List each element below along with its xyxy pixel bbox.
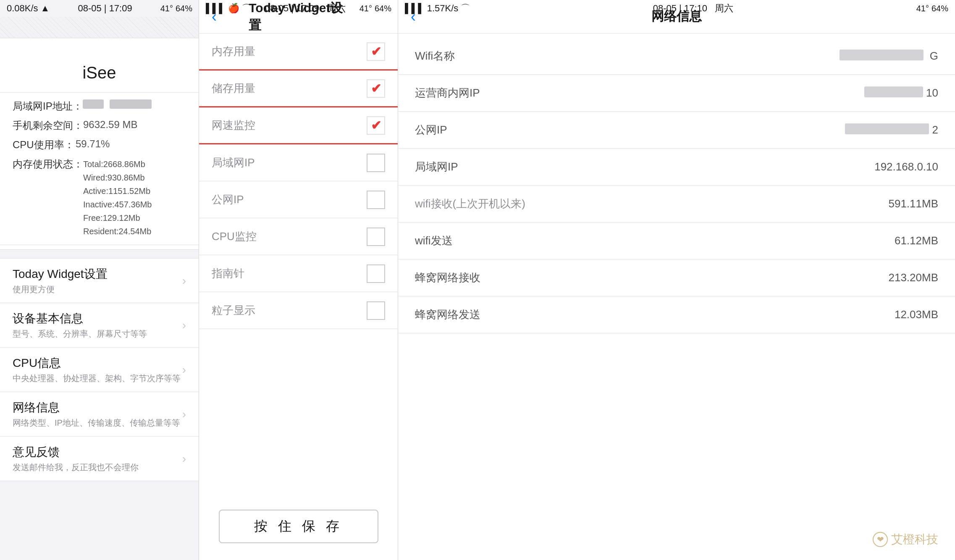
mid-battery: 64%	[375, 4, 391, 13]
widget-compass-label: 指南针	[212, 266, 244, 281]
storage-value: 9632.59 MB	[83, 119, 186, 131]
checkbox-particle[interactable]	[367, 301, 385, 320]
wifi-send-label: wifi发送	[415, 233, 453, 248]
app-title: iSee	[0, 63, 199, 82]
ip-label: 局域网IP地址：	[13, 99, 83, 113]
local-ip-value: 192.168.0.10	[874, 160, 938, 173]
network-item-local-ip: 局域网IP 192.168.0.10	[398, 149, 955, 186]
widget-publicip-label: 公网IP	[212, 192, 244, 207]
nav-widget-subtitle: 使用更方便	[13, 284, 182, 295]
network-item-wifi-name: Wifi名称 G	[398, 38, 955, 75]
network-item-public-ip: 公网IP 2	[398, 112, 955, 149]
network-list: Wifi名称 G 运营商内网IP 10 公网IP 2 局域网IP 192.168…	[398, 38, 955, 333]
save-button[interactable]: 按 住 保 存	[219, 510, 378, 543]
chevron-icon-3: ›	[182, 363, 186, 377]
widget-item-storage[interactable]: 储存用量	[199, 71, 398, 107]
left-panel: 0.08K/s ▲ 08-05 | 17:09 41° 64% iSee 局域网…	[0, 0, 199, 560]
right-status-bar: ▌▌▌ 1.57K/s ⌒ 08-05 | 17:10 周六 41° 64%	[398, 0, 955, 17]
mid-wifi-icon: ⌒	[242, 2, 251, 15]
checkbox-storage[interactable]	[367, 79, 385, 98]
cell-send-value: 12.03MB	[895, 308, 938, 321]
widget-item-compass[interactable]: 指南针	[199, 255, 398, 292]
carrier-ip-value: 10	[864, 86, 938, 99]
mid-apple-icon: 🍎	[228, 3, 239, 14]
cell-recv-value: 213.20MB	[888, 271, 938, 284]
cell-send-label: 蜂窝网络发送	[415, 307, 480, 322]
public-ip-label: 公网IP	[415, 123, 447, 137]
chevron-icon: ›	[182, 274, 186, 288]
carrier-ip-label: 运营商内网IP	[415, 86, 480, 100]
widget-item-particle[interactable]: 粒子显示	[199, 292, 398, 329]
wifi-name-value: G	[840, 50, 938, 63]
watermark-icon: ❤	[873, 532, 888, 547]
left-time: 08-05 | 17:09	[78, 3, 132, 14]
right-temp: 41°	[916, 4, 929, 13]
storage-row: 手机剩余空间： 9632.59 MB	[13, 119, 186, 132]
memory-value: Total:2668.86Mb Wired:930.86Mb Active:11…	[83, 157, 186, 238]
mid-time: 08-05 | 17:09 周六	[265, 2, 346, 15]
widget-netspeed-label: 网速监控	[212, 118, 255, 133]
local-ip-label: 局域网IP	[415, 160, 458, 174]
mid-temp: 41°	[359, 4, 372, 13]
widget-memory-label: 内存用量	[212, 44, 255, 59]
cpu-row: CPU使用率： 59.71%	[13, 138, 186, 152]
checkbox-netspeed[interactable]	[367, 116, 385, 135]
wifi-recv-label: wifi接收(上次开机以来)	[415, 196, 525, 211]
chevron-icon-2: ›	[182, 319, 186, 332]
widget-item-publicip[interactable]: 公网IP	[199, 181, 398, 218]
right-speed: 1.57K/s	[427, 3, 459, 14]
cpu-value: 59.71%	[76, 138, 186, 150]
left-wifi-icon: ▲	[41, 3, 50, 14]
network-item-wifi-send: wifi发送 61.12MB	[398, 222, 955, 259]
widget-particle-label: 粒子显示	[212, 303, 255, 318]
nav-cpu-subtitle: 中央处理器、协处理器、架构、字节次序等等	[13, 373, 182, 384]
right-panel: ▌▌▌ 1.57K/s ⌒ 08-05 | 17:10 周六 41° 64% ‹…	[398, 0, 955, 560]
wifi-name-label: Wifi名称	[415, 49, 455, 63]
watermark: ❤ 艾橙科技	[873, 531, 938, 547]
nav-network-subtitle: 网络类型、IP地址、传输速度、传输总量等等	[13, 417, 182, 429]
watermark-text: 艾橙科技	[891, 531, 938, 547]
network-item-cell-recv: 蜂窝网络接收 213.20MB	[398, 259, 955, 296]
chevron-icon-4: ›	[182, 408, 186, 421]
left-signal: 0.08K/s	[7, 3, 38, 14]
nav-widget-title: Today Widget设置	[13, 266, 182, 282]
middle-panel: ▌▌▌ 🍎 ⌒ 08-05 | 17:09 周六 41° 64% ‹ Today…	[199, 0, 398, 560]
widget-item-memory[interactable]: 内存用量	[199, 34, 398, 71]
widget-item-cpumon[interactable]: CPU监控	[199, 218, 398, 255]
right-battery: 64%	[931, 4, 948, 13]
checkbox-memory[interactable]	[367, 42, 385, 61]
network-item-wifi-recv: wifi接收(上次开机以来) 591.11MB	[398, 186, 955, 222]
info-section: 局域网IP地址： 手机剩余空间： 9632.59 MB CPU使用率： 59.7…	[0, 92, 199, 245]
nav-list: Today Widget设置 使用更方便 › 设备基本信息 型号、系统、分辨率、…	[0, 258, 199, 481]
ip-row: 局域网IP地址：	[13, 99, 186, 113]
widget-item-netspeed[interactable]: 网速监控	[199, 107, 398, 144]
checkbox-compass[interactable]	[367, 264, 385, 283]
left-status-bar: 0.08K/s ▲ 08-05 | 17:09 41° 64%	[0, 0, 199, 17]
wifi-send-value: 61.12MB	[895, 234, 938, 247]
network-item-cell-send: 蜂窝网络发送 12.03MB	[398, 296, 955, 333]
nav-item-feedback[interactable]: 意见反馈 发送邮件给我，反正我也不会理你 ›	[0, 437, 199, 481]
mid-signal: ▌▌▌	[206, 3, 226, 14]
checkbox-publicip[interactable]	[367, 191, 385, 209]
nav-feedback-subtitle: 发送邮件给我，反正我也不会理你	[13, 462, 182, 473]
nav-cpu-title: CPU信息	[13, 355, 182, 371]
memory-label: 内存使用状态：	[13, 157, 83, 171]
left-battery: 64%	[176, 4, 192, 13]
widget-localip-label: 局域网IP	[212, 155, 255, 170]
nav-item-network[interactable]: 网络信息 网络类型、IP地址、传输速度、传输总量等等 ›	[0, 392, 199, 437]
nav-device-title: 设备基本信息	[13, 311, 182, 327]
nav-device-subtitle: 型号、系统、分辨率、屏幕尺寸等等	[13, 328, 182, 340]
nav-item-device[interactable]: 设备基本信息 型号、系统、分辨率、屏幕尺寸等等 ›	[0, 303, 199, 348]
right-signal: ▌▌▌	[405, 3, 425, 14]
right-time: 08-05 | 17:10 周六	[653, 2, 734, 15]
widget-item-localip[interactable]: 局域网IP	[199, 144, 398, 181]
memory-row: 内存使用状态： Total:2668.86Mb Wired:930.86Mb A…	[13, 157, 186, 238]
nav-item-widget[interactable]: Today Widget设置 使用更方便 ›	[0, 258, 199, 303]
wifi-recv-value: 591.11MB	[888, 197, 938, 210]
checkbox-localip[interactable]	[367, 154, 385, 172]
nav-item-cpu[interactable]: CPU信息 中央处理器、协处理器、架构、字节次序等等 ›	[0, 348, 199, 392]
storage-label: 手机剩余空间：	[13, 119, 83, 132]
middle-status-bar: ▌▌▌ 🍎 ⌒ 08-05 | 17:09 周六 41° 64%	[199, 0, 398, 17]
cell-recv-label: 蜂窝网络接收	[415, 270, 480, 285]
checkbox-cpumon[interactable]	[367, 228, 385, 246]
